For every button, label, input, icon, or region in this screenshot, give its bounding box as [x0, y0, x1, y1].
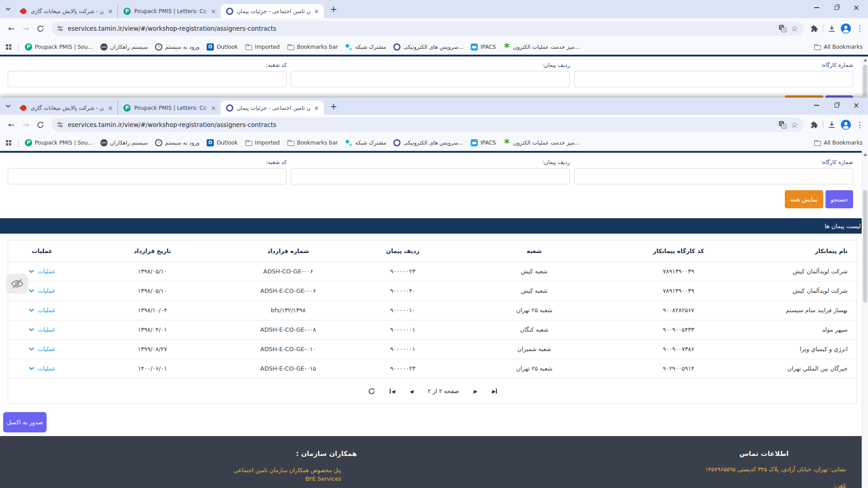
chevron-down-icon[interactable] [28, 289, 34, 293]
browser-tab[interactable]: سازمان تامین اجتماعی - جزئیات پیمان [221, 101, 324, 115]
close-button[interactable] [846, 2, 866, 14]
bookmark-item[interactable]: Outlook [207, 139, 238, 146]
extensions-icon[interactable] [811, 25, 818, 33]
downloads-icon[interactable] [828, 24, 836, 33]
scrollbar-thumb[interactable] [863, 65, 867, 96]
new-tab-button[interactable] [330, 5, 337, 14]
tab-close-icon[interactable] [211, 105, 216, 111]
chevron-down-icon[interactable] [28, 308, 34, 312]
operations-link[interactable]: عملیات [38, 287, 56, 294]
extensions-icon[interactable] [811, 121, 818, 129]
address-bar[interactable]: eservices.tamin.ir/view/#/workshop-regis… [52, 21, 803, 36]
workshop-number-input[interactable] [574, 168, 853, 184]
menu-kebab-icon[interactable]: ⋮ [856, 120, 863, 129]
bookmark-item[interactable]: ورود به سیستم [155, 43, 199, 51]
address-bar[interactable]: eservices.tamin.ir/view/#/workshop-regis… [52, 117, 803, 132]
bookmark-star-icon[interactable]: ☆ [791, 24, 798, 33]
scroll-up-icon[interactable] [863, 153, 867, 156]
bookmark-item[interactable]: ورود به سیستم [155, 139, 199, 146]
all-bookmarks-button[interactable]: All Bookmarks [814, 43, 863, 51]
apps-grid-icon[interactable] [5, 140, 12, 146]
scrollbar-thumb[interactable] [863, 190, 867, 303]
browser-tab[interactable]: Poupack PMIS | Letters: Cc-Inbo [118, 101, 221, 115]
bookmark-item[interactable]: Outlook [207, 43, 238, 51]
back-button[interactable]: ← [5, 24, 18, 33]
site-settings-icon[interactable] [57, 122, 63, 128]
new-tab-button[interactable] [330, 102, 337, 111]
apps-grid-icon[interactable] [5, 44, 12, 50]
bookmark-item[interactable]: Bookmarks bar [287, 43, 338, 51]
minimize-button[interactable] [807, 2, 826, 14]
reload-button[interactable] [33, 121, 47, 129]
search-button[interactable]: جستجو [826, 190, 853, 208]
bookmark-item[interactable]: سیستم راهکاران [100, 43, 148, 51]
bookmark-star-icon[interactable]: ☆ [791, 120, 798, 129]
scrollbar[interactable] [862, 56, 868, 98]
branch-code-input[interactable] [8, 168, 287, 184]
tab-close-icon[interactable] [314, 8, 319, 14]
profile-avatar[interactable] [840, 23, 851, 34]
restore-button[interactable] [826, 99, 846, 111]
browser-tab[interactable]: راهکاران - شرکت پالایش میعانات گازی [14, 4, 118, 18]
reload-button[interactable] [33, 25, 47, 33]
bookmark-item[interactable]: سیستم راهکاران [100, 139, 148, 146]
site-settings-icon[interactable] [57, 25, 63, 32]
browser-tab[interactable]: Poupack PMIS | Letters: Cc-Inbo [118, 4, 221, 18]
bookmark-item[interactable]: مشترک شبکه [345, 139, 386, 146]
menu-kebab-icon[interactable]: ⋮ [856, 24, 863, 33]
page-previous-button[interactable] [409, 388, 413, 394]
page-last-button[interactable] [492, 388, 497, 394]
tab-close-icon[interactable] [108, 105, 113, 111]
bookmark-item[interactable]: Poupack PMIS | Sou... [25, 139, 93, 146]
tab-search-chevron-icon[interactable] [5, 7, 11, 11]
export-to-excel-button[interactable]: صدور به اکسل [3, 412, 47, 432]
forward-button[interactable]: → [19, 120, 33, 129]
page-first-button[interactable] [390, 388, 395, 394]
refresh-icon[interactable] [368, 388, 375, 395]
translate-icon[interactable]: GA [778, 24, 787, 33]
bookmark-item[interactable]: سرویس های الکترونیکی... [393, 43, 463, 51]
operations-link[interactable]: عملیات [38, 346, 56, 352]
operations-link[interactable]: عملیات [38, 365, 56, 372]
scroll-up-icon[interactable] [863, 59, 867, 61]
bookmark-item[interactable]: مشترک شبکه [345, 43, 386, 51]
bookmark-item[interactable]: Imported [245, 43, 280, 51]
chevron-down-icon[interactable] [28, 366, 34, 371]
forward-button[interactable]: → [19, 24, 33, 33]
close-button[interactable] [846, 99, 866, 111]
all-bookmarks-button[interactable]: All Bookmarks [814, 139, 863, 146]
operations-link[interactable]: عملیات [38, 268, 56, 275]
branch-code-input[interactable] [8, 71, 287, 87]
colleagues-panel-link[interactable]: پنل مخصوص همکاران سازمان تامین اجتماعی [194, 466, 341, 474]
show-all-button[interactable]: نمایش همه [785, 190, 823, 208]
contract-row-input[interactable] [291, 71, 570, 87]
operations-link[interactable]: عملیات [38, 326, 56, 333]
b2e-services-link[interactable]: B۲E Services [194, 474, 341, 483]
chevron-down-icon[interactable] [28, 269, 34, 273]
browser-tab[interactable]: راهکاران - شرکت پالایش میعانات گازی [14, 101, 118, 115]
bookmark-item[interactable]: IPACS [471, 139, 496, 146]
bookmark-item[interactable]: میز خدمت عملیات الکترون... [503, 139, 580, 146]
chevron-down-icon[interactable] [28, 328, 34, 332]
tab-close-icon[interactable] [108, 8, 113, 14]
tab-search-chevron-icon[interactable] [5, 104, 11, 108]
tab-close-icon[interactable] [211, 8, 216, 14]
page-next-button[interactable] [473, 388, 477, 394]
bookmark-item[interactable]: سرویس های الکترونیکی... [393, 139, 463, 146]
operations-link[interactable]: عملیات [38, 307, 56, 314]
bookmark-item[interactable]: Imported [245, 139, 280, 146]
contract-row-input[interactable] [291, 168, 570, 184]
bookmark-item[interactable]: میز خدمت عملیات الکترون... [503, 43, 580, 51]
restore-button[interactable] [826, 2, 846, 14]
profile-avatar[interactable] [840, 119, 851, 130]
tab-close-icon[interactable] [314, 105, 319, 111]
bookmark-item[interactable]: IPACS [471, 43, 496, 51]
translate-icon[interactable]: GA [778, 121, 787, 129]
minimize-button[interactable] [807, 99, 826, 111]
bookmark-item[interactable]: Bookmarks bar [287, 139, 338, 146]
scrollbar[interactable] [862, 151, 868, 488]
downloads-icon[interactable] [828, 121, 836, 129]
bookmark-item[interactable]: Poupack PMIS | Sou... [25, 43, 93, 51]
browser-tab[interactable]: سازمان تامین اجتماعی - جزئیات پیمان [221, 4, 324, 18]
chevron-down-icon[interactable] [28, 347, 34, 351]
